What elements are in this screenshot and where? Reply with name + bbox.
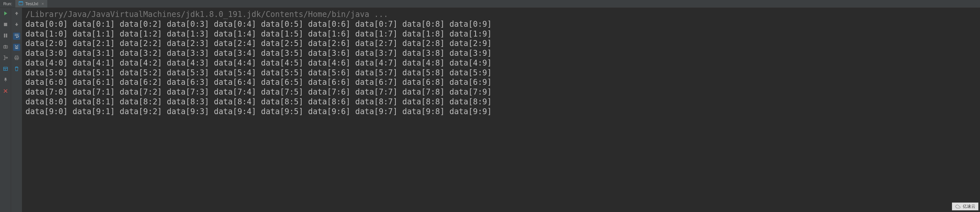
dump-threads-button[interactable] (2, 44, 9, 51)
scroll-end-icon (14, 44, 19, 51)
console-line: data[2:0] data[2:1] data[2:2] data[2:3] … (25, 39, 977, 49)
console-command-line: /Library/Java/JavaVirtualMachines/jdk1.8… (25, 10, 977, 19)
play-green-icon (3, 11, 8, 17)
print-button[interactable] (13, 55, 20, 62)
tool-window-header: Run: TestJxl × (0, 0, 980, 8)
pin-icon (3, 77, 8, 84)
wrap-icon (14, 33, 19, 40)
run-tab[interactable]: TestJxl × (15, 0, 47, 8)
pin-button[interactable] (2, 77, 9, 84)
rerun-button[interactable] (2, 10, 9, 18)
run-toolbar-right (11, 8, 22, 212)
down-icon (14, 22, 19, 29)
svg-rect-11 (16, 13, 17, 15)
up-icon (14, 11, 19, 17)
svg-rect-5 (3, 46, 8, 48)
watermark: 亿速云 (952, 202, 978, 210)
svg-point-6 (5, 46, 6, 48)
camera-icon (3, 44, 8, 51)
down-button[interactable] (13, 22, 20, 29)
console-line: data[8:0] data[8:1] data[8:2] data[8:3] … (25, 97, 977, 107)
run-tab-label: TestJxl (25, 1, 38, 6)
layout-icon (3, 66, 8, 73)
console-line: data[4:0] data[4:1] data[4:2] data[4:3] … (25, 58, 977, 68)
print-icon (14, 55, 19, 62)
close-button[interactable] (2, 88, 9, 95)
console-line: data[5:0] data[5:1] data[5:2] data[5:3] … (25, 68, 977, 78)
console-line: data[6:0] data[6:1] data[6:2] data[6:3] … (25, 78, 977, 88)
stop-icon (3, 22, 8, 29)
layout-button[interactable] (2, 66, 9, 73)
pause-icon (3, 33, 8, 40)
console-line: data[3:0] data[3:1] data[3:2] data[3:3] … (25, 49, 977, 58)
console-line: data[1:0] data[1:1] data[1:2] data[1:3] … (25, 29, 977, 39)
scroll-end-button[interactable] (13, 44, 20, 51)
up-button[interactable] (13, 10, 20, 18)
soft-wrap-button[interactable] (13, 33, 20, 40)
run-config-icon (19, 1, 23, 6)
exit-button[interactable] (2, 55, 9, 62)
svg-rect-3 (4, 33, 5, 38)
trash-icon (14, 66, 19, 73)
console-line: data[0:0] data[0:1] data[0:2] data[0:3] … (25, 19, 977, 29)
close-red-icon (3, 88, 8, 95)
svg-rect-8 (3, 67, 8, 70)
svg-rect-2 (4, 23, 7, 26)
svg-rect-14 (15, 56, 18, 57)
close-tab-icon[interactable]: × (41, 1, 44, 6)
console-line: data[9:0] data[9:1] data[9:2] data[9:3] … (25, 107, 977, 117)
svg-rect-1 (19, 2, 23, 3)
svg-rect-12 (16, 23, 17, 24)
console-output[interactable]: /Library/Java/JavaVirtualMachines/jdk1.8… (22, 8, 980, 212)
run-toolbar-left (0, 8, 11, 212)
watermark-text: 亿速云 (963, 204, 975, 209)
svg-rect-4 (6, 33, 7, 38)
stop-button[interactable] (2, 22, 9, 29)
run-label: Run: (0, 1, 15, 6)
console-line: data[7:0] data[7:1] data[7:2] data[7:3] … (25, 88, 977, 97)
exit-icon (3, 55, 8, 62)
svg-rect-7 (5, 45, 6, 46)
pause-button[interactable] (2, 33, 9, 40)
cloud-icon (955, 204, 961, 209)
clear-all-button[interactable] (13, 66, 20, 73)
